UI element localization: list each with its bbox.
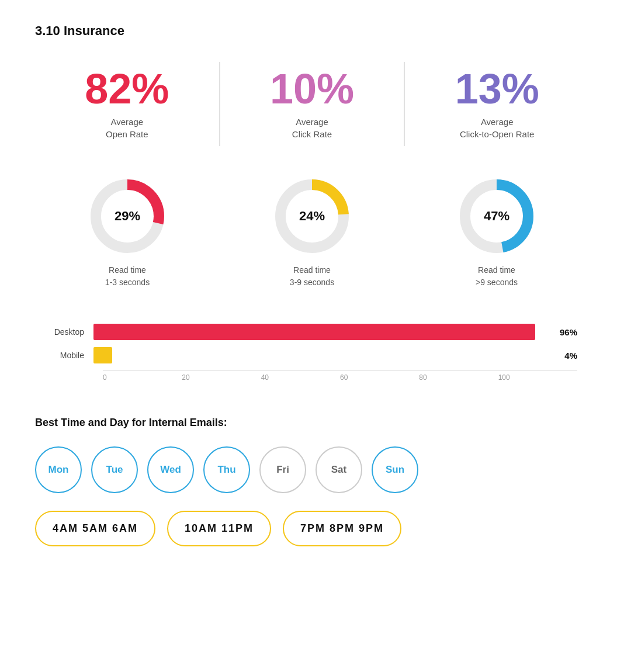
donut-3-chart: 47% <box>456 175 538 257</box>
bar-mobile-value: 4% <box>564 351 577 361</box>
click-rate-label: AverageClick Rate <box>232 116 393 140</box>
bar-axis: 0 20 40 60 80 100 <box>103 370 577 382</box>
axis-tick-60: 60 <box>340 373 419 382</box>
time-pill-evening[interactable]: 7PM 8PM 9PM <box>283 511 401 546</box>
best-time-title: Best Time and Day for Internal Emails: <box>35 417 589 429</box>
donut-1-label: Read time1-3 seconds <box>69 264 186 289</box>
bar-mobile-label: Mobile <box>47 351 93 360</box>
axis-tick-80: 80 <box>419 373 498 382</box>
donut-2-value: 24% <box>299 209 325 224</box>
days-row: Mon Tue Wed Thu Fri Sat Sun <box>35 446 589 493</box>
axis-tick-0: 0 <box>103 373 182 382</box>
axis-tick-20: 20 <box>182 373 261 382</box>
stat-open-rate: 82% AverageOpen Rate <box>35 62 220 146</box>
bar-row-desktop: Desktop 96% <box>47 324 577 340</box>
bar-desktop-value: 96% <box>560 327 577 337</box>
day-mon[interactable]: Mon <box>35 446 82 493</box>
day-thu[interactable]: Thu <box>203 446 250 493</box>
donut-3-9sec: 24% Read time3-9 seconds <box>254 175 370 289</box>
bar-mobile-fill <box>93 347 112 363</box>
page-title: 3.10 Insurance <box>35 23 589 39</box>
bar-desktop-label: Desktop <box>47 327 93 337</box>
stat-click-rate: 10% AverageClick Rate <box>220 62 405 146</box>
bar-chart-section: Desktop 96% Mobile 4% 0 20 40 60 80 100 <box>35 324 589 382</box>
day-sat[interactable]: Sat <box>316 446 362 493</box>
bar-mobile-track <box>93 347 559 363</box>
day-fri[interactable]: Fri <box>259 446 306 493</box>
cto-rate-label: AverageClick-to-Open Rate <box>417 116 577 140</box>
donut-9sec-plus: 47% Read time>9 seconds <box>438 175 555 289</box>
time-pill-morning[interactable]: 10AM 11PM <box>167 511 271 546</box>
donut-1-chart: 29% <box>86 175 168 257</box>
axis-tick-40: 40 <box>261 373 340 382</box>
stat-cto-rate: 13% AverageClick-to-Open Rate <box>405 62 589 146</box>
donut-1-value: 29% <box>115 209 140 224</box>
bar-desktop-track <box>93 324 554 340</box>
cto-rate-number: 13% <box>417 68 577 110</box>
open-rate-number: 82% <box>47 68 207 110</box>
open-rate-label: AverageOpen Rate <box>47 116 207 140</box>
day-sun[interactable]: Sun <box>372 446 418 493</box>
day-tue[interactable]: Tue <box>91 446 138 493</box>
donut-2-chart: 24% <box>271 175 353 257</box>
donut-3-label: Read time>9 seconds <box>438 264 555 289</box>
donut-1-3sec: 29% Read time1-3 seconds <box>69 175 186 289</box>
click-rate-number: 10% <box>232 68 393 110</box>
day-wed[interactable]: Wed <box>147 446 194 493</box>
bar-desktop-fill <box>93 324 535 340</box>
bar-row-mobile: Mobile 4% <box>47 347 577 363</box>
donut-3-value: 47% <box>484 209 509 224</box>
stats-row: 82% AverageOpen Rate 10% AverageClick Ra… <box>35 62 589 146</box>
best-time-section: Best Time and Day for Internal Emails: M… <box>35 417 589 546</box>
axis-tick-100: 100 <box>498 373 577 382</box>
donut-2-label: Read time3-9 seconds <box>254 264 370 289</box>
times-row: 4AM 5AM 6AM 10AM 11PM 7PM 8PM 9PM <box>35 511 589 546</box>
time-pill-early-morning[interactable]: 4AM 5AM 6AM <box>35 511 155 546</box>
donuts-row: 29% Read time1-3 seconds 24% Read time3-… <box>35 175 589 289</box>
